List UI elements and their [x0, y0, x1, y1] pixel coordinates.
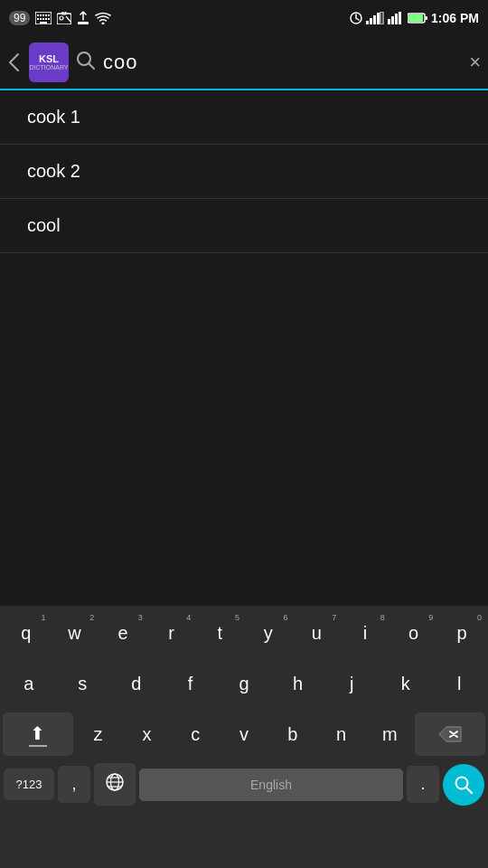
- svg-rect-26: [399, 12, 401, 24]
- key-z-letter: z: [94, 724, 103, 745]
- results-area: cook 1 cook 2 cool: [0, 90, 488, 253]
- key-s-letter: s: [78, 674, 87, 694]
- result-item-cook2[interactable]: cook 2: [0, 145, 488, 199]
- comma-button[interactable]: ,: [58, 766, 90, 803]
- key-q[interactable]: 1 q: [3, 611, 50, 655]
- keyboard-bottom-row: ?123 , English .: [0, 760, 488, 813]
- key-b[interactable]: b: [269, 712, 316, 756]
- key-y[interactable]: 6 y: [245, 611, 292, 655]
- shift-icon: ⬆: [30, 722, 45, 744]
- key-y-letter: y: [264, 623, 273, 644]
- svg-rect-18: [366, 21, 369, 24]
- wifi-status-icon: [95, 12, 111, 24]
- search-bar: KSL DICTIONARY coo ×: [0, 36, 488, 90]
- svg-rect-8: [42, 18, 44, 20]
- key-k[interactable]: k: [380, 662, 432, 705]
- key-i[interactable]: 8 i: [342, 611, 389, 655]
- svg-rect-24: [391, 16, 394, 24]
- backspace-key[interactable]: [415, 712, 485, 756]
- key-d-letter: d: [131, 674, 141, 694]
- result-text-cook2: cook 2: [27, 161, 80, 181]
- svg-rect-23: [388, 19, 390, 24]
- app-logo-subtext: DICTIONARY: [29, 64, 68, 71]
- space-button[interactable]: English: [139, 769, 403, 801]
- result-item-cook1[interactable]: cook 1: [0, 90, 488, 145]
- key-p[interactable]: 0 p: [438, 611, 485, 655]
- status-left: 99: [9, 11, 111, 25]
- key-q-number: 1: [42, 613, 46, 622]
- key-j-letter: j: [350, 674, 353, 694]
- status-time: 1:06: [431, 11, 456, 25]
- shift-underline: [29, 745, 47, 747]
- svg-rect-22: [380, 12, 383, 24]
- key-b-letter: b: [287, 724, 297, 745]
- key-r-number: 4: [186, 613, 191, 622]
- keyboard-search-icon: [454, 775, 474, 795]
- search-input[interactable]: coo: [103, 51, 462, 74]
- key-g[interactable]: g: [218, 662, 270, 705]
- svg-rect-10: [48, 18, 50, 20]
- key-n[interactable]: n: [318, 712, 365, 756]
- key-a[interactable]: a: [3, 662, 55, 705]
- key-f[interactable]: f: [164, 662, 217, 705]
- key-u-letter: u: [312, 623, 322, 644]
- key-t[interactable]: 5 t: [196, 611, 243, 655]
- status-right: 1:06 PM: [350, 11, 479, 25]
- clear-button[interactable]: ×: [469, 51, 481, 74]
- key-o-letter: o: [408, 623, 418, 644]
- svg-point-13: [60, 16, 63, 20]
- signal-icon: [366, 12, 384, 24]
- svg-rect-5: [48, 14, 50, 16]
- key-z[interactable]: z: [75, 712, 122, 756]
- key-m[interactable]: m: [366, 712, 413, 756]
- back-icon[interactable]: [7, 52, 20, 72]
- key-i-number: 8: [380, 613, 385, 622]
- svg-rect-19: [370, 18, 372, 24]
- key-l-letter: l: [457, 674, 461, 694]
- key-h[interactable]: h: [272, 662, 324, 705]
- result-item-cool[interactable]: cool: [0, 199, 488, 253]
- symbols-button[interactable]: ?123: [4, 769, 54, 800]
- clock-status-icon: [350, 12, 362, 24]
- key-t-letter: t: [217, 623, 222, 644]
- key-o-number: 9: [428, 613, 433, 622]
- keyboard-search-button[interactable]: [443, 764, 484, 806]
- key-v[interactable]: v: [221, 712, 267, 756]
- svg-rect-25: [395, 14, 398, 24]
- key-w-number: 2: [89, 613, 94, 622]
- key-g-letter: g: [239, 674, 249, 694]
- key-n-letter: n: [336, 724, 346, 745]
- svg-rect-21: [377, 13, 380, 24]
- svg-rect-7: [40, 18, 42, 20]
- key-j[interactable]: j: [325, 662, 378, 705]
- svg-rect-11: [40, 22, 47, 24]
- key-u-number: 7: [332, 613, 336, 622]
- svg-rect-9: [45, 18, 47, 20]
- key-s[interactable]: s: [57, 662, 109, 705]
- photo-status-icon: [57, 12, 71, 24]
- key-c-letter: c: [191, 724, 200, 745]
- key-u[interactable]: 7 u: [294, 611, 341, 655]
- key-x[interactable]: x: [124, 712, 171, 756]
- key-e[interactable]: 3 e: [99, 611, 146, 655]
- shift-key[interactable]: ⬆: [3, 712, 73, 756]
- app-logo: KSL DICTIONARY: [29, 42, 69, 82]
- key-e-number: 3: [138, 613, 143, 622]
- key-l[interactable]: l: [434, 662, 486, 705]
- key-k-letter: k: [401, 674, 410, 694]
- key-o[interactable]: 9 o: [390, 611, 437, 655]
- notification-badge: 99: [9, 11, 30, 25]
- key-q-letter: q: [21, 623, 31, 644]
- period-button[interactable]: .: [407, 766, 439, 803]
- key-d[interactable]: d: [110, 662, 163, 705]
- app-logo-text: KSL: [39, 53, 59, 64]
- globe-button[interactable]: [94, 763, 136, 806]
- key-r[interactable]: 4 r: [148, 611, 195, 655]
- key-w[interactable]: 2 w: [52, 611, 99, 655]
- key-p-letter: p: [457, 623, 467, 644]
- status-bar: 99 1:06 PM: [0, 0, 488, 36]
- search-icon: [76, 51, 96, 75]
- keyboard-status-icon: [35, 12, 52, 24]
- key-c[interactable]: c: [172, 712, 219, 756]
- key-v-letter: v: [239, 724, 249, 745]
